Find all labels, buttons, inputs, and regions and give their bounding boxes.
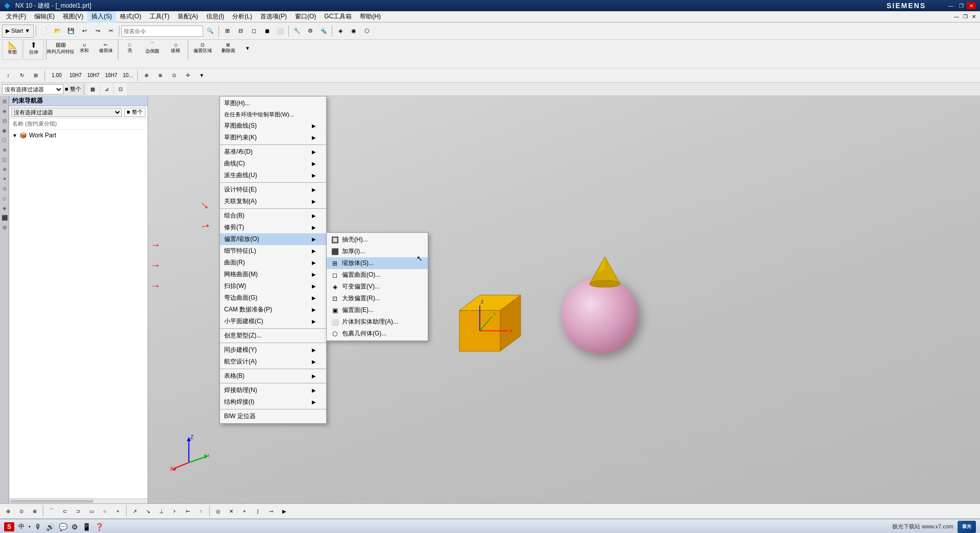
left-icon-10[interactable]: ⊙ (1, 184, 9, 192)
undo-btn[interactable]: ↩ (78, 25, 90, 38)
menu-detail-feature[interactable]: 细节特征(L) ▶ (220, 245, 326, 257)
draft-btn[interactable]: ◇拔模 (165, 40, 186, 60)
menu-struct-weld[interactable]: 结构焊接(I) ▶ (220, 396, 326, 408)
dim-10-4[interactable]: 10... (121, 69, 135, 82)
menu-sketch[interactable]: 草图(H)... (220, 98, 326, 109)
left-icon-5[interactable]: ⬡ (1, 136, 9, 144)
search-button[interactable]: 🔍 (204, 25, 216, 38)
tb-btn-k[interactable]: ⬡ (361, 25, 373, 38)
status-chat-icon[interactable]: 💬 (59, 523, 67, 531)
status-help-icon[interactable]: ❓ (95, 523, 104, 531)
sel-all-btn[interactable]: ▦ (87, 83, 99, 96)
bottom-btn-3[interactable]: ⊗ (29, 504, 41, 518)
submenu-shell[interactable]: 🔲 抽壳(H)... (327, 234, 428, 246)
array-btn[interactable]: ⊞⊞阵列几何特征 (48, 40, 73, 60)
left-icon-12[interactable]: ◈ (1, 204, 9, 212)
left-icon-7[interactable]: ◫ (1, 155, 9, 163)
menu-analysis[interactable]: 分析(L) (228, 11, 256, 22)
bottom-btn-19[interactable]: | (252, 504, 264, 518)
union-btn[interactable]: ∪求和 (74, 40, 94, 60)
left-icon-4[interactable]: ◉ (1, 126, 9, 134)
menu-help[interactable]: 帮助(H) (356, 11, 385, 22)
bottom-btn-10[interactable]: ↗ (129, 504, 141, 518)
tb-btn-a[interactable]: ⊞ (221, 25, 233, 38)
move-btn[interactable]: ↕ (2, 69, 14, 82)
viewport[interactable]: Z Y X X (148, 96, 980, 503)
minimize-button[interactable]: — (946, 2, 955, 9)
sel-invert-btn[interactable]: ⊡ (114, 83, 127, 96)
menu-facet[interactable]: 小平面建模(C) ▶ (220, 316, 326, 327)
more-features-btn[interactable]: ▼ (241, 40, 254, 60)
left-icon-3[interactable]: ⊟ (1, 116, 9, 125)
left-icon-13[interactable]: ⬛ (1, 213, 9, 222)
menu-window[interactable]: 窗口(O) (291, 11, 320, 22)
close-button[interactable]: ✕ (967, 2, 976, 9)
menu-design-feature[interactable]: 设计特征(E) ▶ (220, 184, 326, 196)
submenu-offset[interactable]: ▣ 偏置面(E)... (327, 304, 428, 316)
menu-table[interactable]: 表格(B) ▶ (220, 370, 326, 382)
bottom-btn-7[interactable]: ▭ (85, 504, 97, 518)
bottom-btn-2[interactable]: ⊙ (15, 504, 28, 518)
menu-file[interactable]: 文件(F) (2, 11, 30, 22)
menu-flange[interactable]: 弯边曲面(G) ▶ (220, 292, 326, 304)
menu-sweep[interactable]: 扫掠(W) ▶ (220, 280, 326, 292)
redo-btn[interactable]: ↪ (91, 25, 104, 38)
tb-btn-b[interactable]: ⊟ (234, 25, 247, 38)
tb-btn-j[interactable]: ◉ (348, 25, 360, 38)
bottom-btn-11[interactable]: ↘ (142, 504, 154, 518)
bottom-btn-4[interactable]: ⌒ (45, 504, 58, 518)
menu-sketch-curve[interactable]: 草图曲线(S) ▶ (220, 120, 326, 132)
open-btn[interactable]: 📂 (52, 25, 64, 38)
bottom-btn-15[interactable]: ↑ (195, 504, 207, 518)
dim-input[interactable]: 1.00 (47, 69, 66, 82)
menu-info[interactable]: 信息(I) (202, 11, 228, 22)
left-icon-11[interactable]: ◇ (1, 194, 9, 202)
left-icon-9[interactable]: ✦ (1, 175, 9, 183)
sketch-btn[interactable]: 📐草图 (2, 40, 22, 60)
menu-mesh-surface[interactable]: 网格曲面(M) ▶ (220, 269, 326, 280)
nav-tree-root[interactable]: ▼ 📦 Work Part (10, 131, 146, 140)
menu-weld[interactable]: 焊接助理(N) ▶ (220, 384, 326, 396)
menu-assoc-copy[interactable]: 关联复制(A) ▶ (220, 196, 326, 207)
menu-trim[interactable]: 修剪(T) ▶ (220, 222, 326, 233)
status-app-icon[interactable]: 📱 (82, 523, 91, 531)
scale3-btn[interactable]: ⊞ (30, 69, 42, 82)
left-icon-1[interactable]: ⊞ (1, 97, 9, 105)
bottom-btn-6[interactable]: ⊃ (72, 504, 84, 518)
window-controls[interactable]: — ❐ ✕ (946, 2, 976, 9)
menu-datum[interactable]: 基准/布(D) ▶ (220, 146, 326, 158)
left-icon-6[interactable]: ⊕ (1, 146, 9, 154)
inner-restore[interactable]: ❐ (961, 14, 970, 19)
menu-assemble[interactable]: 装配(A) (174, 11, 202, 22)
menu-combine[interactable]: 组合(B) ▶ (220, 210, 326, 222)
status-settings-icon[interactable]: ⚙ (71, 523, 78, 531)
bottom-btn-14[interactable]: ⊢ (182, 504, 194, 518)
snap3-btn[interactable]: ⊙ (168, 69, 180, 82)
inner-close[interactable]: ✕ (970, 14, 978, 19)
menu-biw[interactable]: BIW 定位器 (220, 410, 326, 422)
cut-btn[interactable]: ✂ (105, 25, 117, 38)
tb-btn-i[interactable]: ◈ (334, 25, 347, 38)
submenu-var-offset[interactable]: ◈ 可变偏置(V)... (327, 281, 428, 293)
bottom-btn-16[interactable]: ◎ (212, 504, 224, 518)
maximize-button[interactable]: ❐ (957, 2, 966, 9)
status-mic-icon[interactable]: 🎙 (35, 523, 42, 531)
tb-btn-g[interactable]: ⚙ (304, 25, 316, 38)
bottom-btn-1[interactable]: ⊕ (2, 504, 14, 518)
tb-btn-d[interactable]: ◼ (261, 25, 273, 38)
bottom-btn-17[interactable]: ✕ (225, 504, 237, 518)
submenu-thicken[interactable]: ⬛ 加厚(I)... (327, 246, 428, 257)
nav-scroll-bar[interactable] (9, 498, 148, 503)
menu-view[interactable]: 视图(V) (59, 11, 87, 22)
remove-face-btn[interactable]: ⊠删除面 (216, 40, 240, 60)
menu-cam-prep[interactable]: CAM 数据准备(P) ▶ (220, 304, 326, 316)
sel-filter-btn[interactable]: ⊿ (101, 83, 113, 96)
snap4-btn[interactable]: ✛ (182, 69, 194, 82)
bottom-btn-13[interactable]: ⊦ (168, 504, 181, 518)
dim-10h7-3[interactable]: 10H7 (103, 69, 119, 82)
menu-offset-scale[interactable]: 偏置/缩放(O) ▶ 🔲 抽壳(H)... ⬛ 加厚(I)... ⊞ 缩放体(S… (220, 233, 326, 245)
left-icon-8[interactable]: ⊗ (1, 165, 9, 173)
submenu-sheet-solid[interactable]: ⬜ 片体到实体助理(A)... (327, 316, 428, 328)
menu-edit[interactable]: 编辑(E) (30, 11, 59, 22)
fillet-btn[interactable]: ⌒边倒圆 (140, 40, 164, 60)
